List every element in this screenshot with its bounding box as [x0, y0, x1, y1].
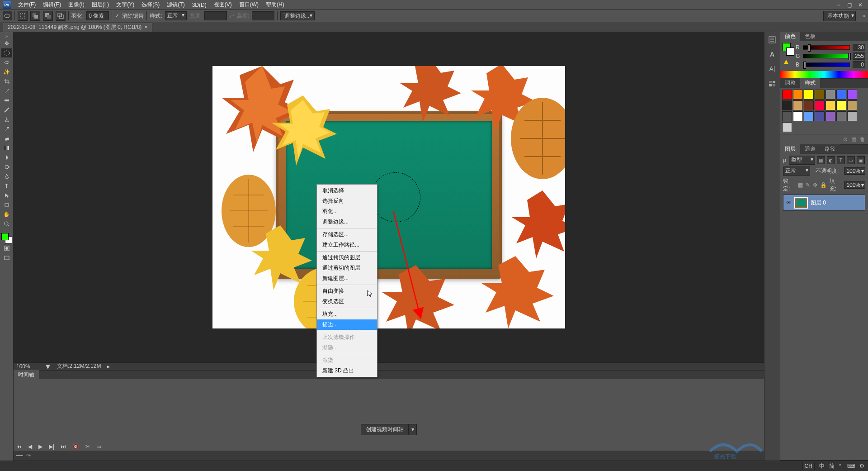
menu-filter[interactable]: 滤镜(T) — [163, 1, 188, 9]
bg-swatch[interactable] — [786, 48, 794, 56]
layer-filter-select[interactable]: 类型 — [789, 156, 815, 165]
antialias-check-icon[interactable]: ✓ — [115, 13, 119, 19]
style-swatch[interactable] — [847, 100, 857, 110]
tab-color[interactable]: 颜色 — [780, 32, 800, 41]
cm-layer-via-copy[interactable]: 通过拷贝的图层 — [317, 252, 377, 263]
style-swatch[interactable] — [782, 90, 792, 100]
g-slider[interactable] — [803, 54, 850, 58]
marquee-tool-icon[interactable] — [1, 48, 12, 57]
menu-layer[interactable]: 图层(L) — [88, 1, 113, 9]
rectangle-tool-icon[interactable] — [1, 200, 12, 209]
prev-frame-icon[interactable]: ◀ — [28, 443, 32, 450]
menu-edit[interactable]: 编辑(E) — [39, 1, 65, 9]
layer-item[interactable]: 👁 图层 0 — [783, 195, 865, 210]
style-swatch[interactable] — [847, 90, 857, 100]
cm-feather[interactable]: 羽化... — [317, 206, 377, 217]
lock-transparency-icon[interactable]: ▦ — [798, 182, 803, 188]
g-value[interactable]: 255 — [853, 52, 865, 60]
canvas[interactable] — [212, 66, 565, 328]
cm-layer-via-cut[interactable]: 通过剪切的图层 — [317, 263, 377, 273]
tab-layers[interactable]: 图层 — [780, 144, 800, 154]
cm-stroke[interactable]: 描边... — [317, 319, 377, 330]
selection-new-icon[interactable] — [18, 11, 28, 21]
lock-all-icon[interactable]: 🔒 — [820, 182, 827, 188]
cm-new-layer[interactable]: 新建图层... — [317, 273, 377, 284]
eraser-tool-icon[interactable] — [1, 134, 12, 143]
move-tool-icon[interactable]: ✥ — [1, 39, 12, 48]
opacity-value[interactable]: 100% — [844, 167, 865, 175]
tab-adjustments[interactable]: 调整 — [780, 78, 800, 88]
filter-type-icon[interactable]: T — [837, 156, 845, 164]
gradient-tool-icon[interactable] — [1, 143, 12, 152]
visibility-icon[interactable]: 👁 — [786, 200, 792, 206]
eyedropper-tool-icon[interactable] — [1, 86, 12, 95]
tab-paths[interactable]: 路径 — [820, 144, 840, 154]
tab-styles[interactable]: 样式 — [800, 78, 820, 88]
audio-mute-icon[interactable]: 🔇 — [72, 443, 79, 450]
style-swatch[interactable] — [836, 111, 846, 121]
style-swatch[interactable] — [836, 90, 846, 100]
cm-fill[interactable]: 填充... — [317, 309, 377, 319]
color-swatches[interactable] — [1, 233, 12, 244]
filter-shape-icon[interactable]: ▭ — [847, 156, 855, 164]
style-select[interactable]: 正常 — [165, 11, 187, 20]
style-swatch[interactable] — [793, 90, 803, 100]
b-slider[interactable] — [803, 62, 850, 67]
new-style-icon[interactable]: ▦ — [851, 136, 856, 143]
fill-value[interactable]: 100% — [844, 181, 865, 189]
workspace-select[interactable]: 基本功能 — [823, 11, 856, 21]
timeline-zoom-out-icon[interactable]: ━━ — [16, 452, 23, 459]
cm-make-work-path[interactable]: 建立工作路径... — [317, 240, 377, 250]
menu-help[interactable]: 帮助(H) — [262, 1, 288, 9]
filter-pixel-icon[interactable]: ▦ — [817, 156, 825, 164]
wand-tool-icon[interactable]: ✨ — [1, 67, 12, 76]
style-swatch[interactable] — [804, 111, 814, 121]
dodge-tool-icon[interactable] — [1, 162, 12, 171]
style-swatch[interactable] — [804, 90, 814, 100]
maximize-icon[interactable]: ▢ — [844, 1, 854, 9]
style-swatch[interactable] — [815, 100, 825, 110]
style-swatch[interactable] — [804, 100, 814, 110]
style-swatch[interactable] — [815, 90, 825, 100]
timeline-convert-icon[interactable]: ↷ — [26, 452, 31, 459]
expand-icon[interactable]: » — [862, 13, 865, 19]
r-slider[interactable] — [803, 45, 850, 50]
cm-save-selection[interactable]: 存储选区... — [317, 229, 377, 240]
stamp-tool-icon[interactable] — [1, 115, 12, 124]
antialias-label[interactable]: 消除锯齿 — [122, 12, 144, 20]
doc-info-menu-icon[interactable]: ▸ — [107, 363, 110, 370]
create-timeline-dropdown[interactable]: ▾ — [409, 424, 417, 435]
quick-mask-icon[interactable] — [1, 244, 12, 253]
pen-tool-icon[interactable] — [1, 172, 12, 181]
style-swatch[interactable] — [826, 90, 835, 100]
blur-tool-icon[interactable] — [1, 153, 12, 162]
selection-add-icon[interactable] — [30, 11, 40, 21]
swatches-panel-icon[interactable] — [767, 78, 777, 88]
history-brush-icon[interactable] — [1, 124, 12, 133]
cm-deselect[interactable]: 取消选择 — [317, 186, 377, 196]
tab-channels[interactable]: 通道 — [800, 144, 820, 154]
tab-swatches[interactable]: 色板 — [800, 32, 820, 41]
ime-mode[interactable]: 中 — [819, 462, 825, 470]
character-panel-icon[interactable]: A — [767, 49, 777, 59]
style-swatch[interactable] — [793, 111, 803, 121]
transition-icon[interactable]: ▭ — [96, 443, 101, 450]
next-frame-icon[interactable]: ▶| — [49, 443, 54, 450]
style-swatch[interactable] — [836, 100, 846, 110]
layer-thumb[interactable] — [794, 197, 808, 209]
style-swatch[interactable] — [826, 111, 835, 121]
style-swatch[interactable] — [847, 111, 857, 121]
paragraph-panel-icon[interactable]: A| — [767, 64, 777, 74]
document-tab[interactable]: 2022-12-08_111449 副本.png @ 100% (图层 0, R… — [3, 23, 152, 32]
menu-window[interactable]: 窗口(W) — [236, 1, 262, 9]
zoom-menu-icon[interactable]: ⯆ — [45, 363, 51, 370]
menu-type[interactable]: 文字(Y) — [113, 1, 138, 9]
selection-intersect-icon[interactable] — [56, 11, 66, 21]
lasso-tool-icon[interactable] — [1, 58, 12, 67]
menu-image[interactable]: 图像(I) — [65, 1, 88, 9]
type-tool-icon[interactable]: T — [1, 181, 12, 190]
first-frame-icon[interactable]: ⏮ — [16, 443, 22, 450]
ime-lang[interactable]: CH — [802, 462, 815, 470]
toolbox-collapse-icon[interactable]: » — [5, 34, 8, 39]
cm-refine-edge[interactable]: 调整边缘... — [317, 217, 377, 227]
